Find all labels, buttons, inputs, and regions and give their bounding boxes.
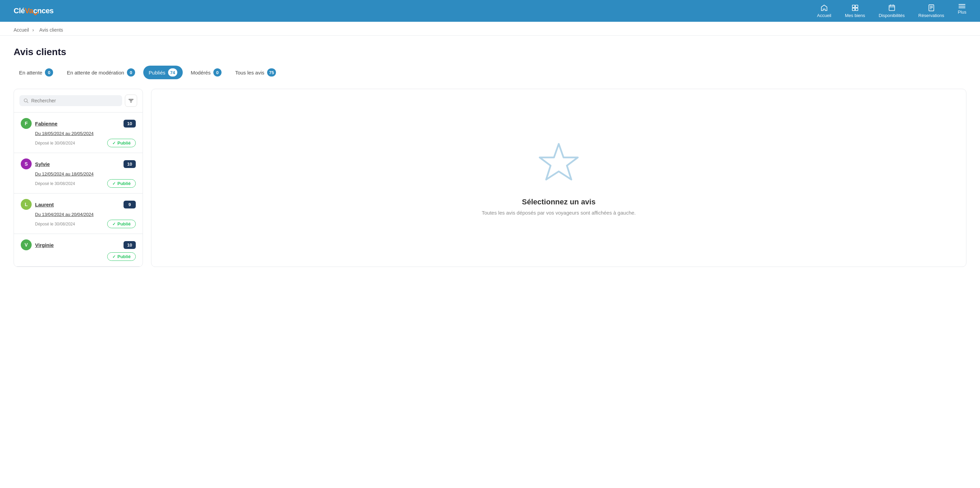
tab-label: Tous les avis xyxy=(235,70,264,76)
tab-en-attente-moderation[interactable]: En attente de modération0 xyxy=(61,66,140,79)
review-header: L Laurent 9 xyxy=(21,199,136,210)
nav-plus[interactable]: Plus xyxy=(958,4,966,18)
svg-rect-2 xyxy=(852,8,854,10)
review-user: F Fabienne xyxy=(21,118,57,129)
search-icon xyxy=(24,98,29,103)
status-badge: ✓ Publié xyxy=(107,179,136,188)
status-badge: ✓ Publié xyxy=(107,139,136,147)
empty-state-star xyxy=(535,141,582,189)
nav-reservations[interactable]: Réservations xyxy=(918,4,944,18)
breadcrumb-separator: › xyxy=(32,27,35,33)
tab-badge: 0 xyxy=(127,68,135,76)
review-item-laurent[interactable]: L Laurent 9 Du 13/04/2024 au 20/04/2024 … xyxy=(14,193,143,234)
review-dates: Du 12/05/2024 au 18/05/2024 xyxy=(35,171,136,176)
tab-badge: 0 xyxy=(45,68,53,76)
review-footer: Déposé le 30/08/2024 ✓ Publié xyxy=(21,179,136,188)
svg-rect-0 xyxy=(852,5,854,7)
review-item-sylvie[interactable]: S Sylvie 10 Du 12/05/2024 au 18/05/2024 … xyxy=(14,153,143,193)
nav-mes-biens[interactable]: Mes biens xyxy=(845,4,865,18)
review-footer: Déposé le 30/08/2024 ✓ Publié xyxy=(21,139,136,147)
avatar: S xyxy=(21,158,32,170)
review-dates: Du 13/04/2024 au 20/04/2024 xyxy=(35,212,136,217)
review-user: L Laurent xyxy=(21,199,54,210)
tab-badge: 0 xyxy=(213,68,221,76)
nav-reservations-label: Réservations xyxy=(918,13,944,18)
tab-label: Publiés xyxy=(149,70,165,76)
tab-publies[interactable]: Publiés74 xyxy=(143,66,183,79)
deposit-date: Déposé le 30/08/2024 xyxy=(35,181,75,186)
review-detail-panel: Sélectionnez un avis Toutes les avis dép… xyxy=(151,89,966,267)
empty-state-title: Sélectionnez un avis xyxy=(522,198,595,206)
tabs-bar: En attente0En attente de modération0Publ… xyxy=(14,66,966,79)
review-item-fabienne[interactable]: F Fabienne 10 Du 18/05/2024 au 20/05/202… xyxy=(14,112,143,153)
tab-badge: 75 xyxy=(267,68,276,76)
svg-rect-1 xyxy=(856,5,858,7)
main-nav: Accueil Mes biens Disponibilités Réserva… xyxy=(817,4,966,18)
nav-disponibilites[interactable]: Disponibilités xyxy=(878,4,905,18)
tab-label: En attente de modération xyxy=(67,70,124,76)
review-user: V Virginie xyxy=(21,239,54,250)
score-badge: 9 xyxy=(124,201,136,208)
score-badge: 10 xyxy=(124,241,136,249)
tab-moderes[interactable]: Modérés0 xyxy=(185,66,227,79)
nav-plus-label: Plus xyxy=(958,10,966,14)
review-header: S Sylvie 10 xyxy=(21,158,136,170)
nav-mes-biens-label: Mes biens xyxy=(845,13,865,18)
deposit-date: Déposé le 30/08/2024 xyxy=(35,141,75,146)
reviews-list-panel: F Fabienne 10 Du 18/05/2024 au 20/05/202… xyxy=(14,89,143,267)
check-icon: ✓ xyxy=(112,141,116,146)
tab-label: Modérés xyxy=(191,70,211,76)
breadcrumb-current: Avis clients xyxy=(40,27,63,33)
avatar: V xyxy=(21,239,32,250)
status-label: Publié xyxy=(118,181,130,186)
status-badge: ✓ Publié xyxy=(107,252,136,261)
filter-icon xyxy=(128,98,134,104)
tab-tous[interactable]: Tous les avis75 xyxy=(230,66,282,79)
status-label: Publié xyxy=(118,254,130,259)
user-name[interactable]: Sylvie xyxy=(35,161,50,167)
filter-button[interactable] xyxy=(125,95,137,107)
avatar: L xyxy=(21,199,32,210)
nav-accueil[interactable]: Accueil xyxy=(817,4,831,18)
review-header: F Fabienne 10 xyxy=(21,118,136,129)
status-label: Publié xyxy=(118,221,130,227)
review-user: S Sylvie xyxy=(21,158,50,170)
user-name[interactable]: Fabienne xyxy=(35,121,57,127)
score-badge: 10 xyxy=(124,120,136,128)
search-input[interactable] xyxy=(31,98,118,103)
user-name[interactable]: Virginie xyxy=(35,242,54,248)
check-icon: ✓ xyxy=(112,181,116,186)
empty-state-subtitle: Toutes les avis déposés par vos voyageur… xyxy=(482,210,636,215)
logo: CléVacnces xyxy=(14,6,53,15)
svg-line-13 xyxy=(27,102,28,103)
search-input-wrap[interactable] xyxy=(19,95,122,106)
review-item-virginie[interactable]: V Virginie 10 ✓ Publié xyxy=(14,234,143,267)
breadcrumb-home[interactable]: Accueil xyxy=(14,27,29,33)
svg-point-12 xyxy=(24,98,27,102)
status-badge: ✓ Publié xyxy=(107,220,136,228)
review-dates: Du 18/05/2024 au 20/05/2024 xyxy=(35,131,136,136)
nav-accueil-label: Accueil xyxy=(817,13,831,18)
tab-en-attente[interactable]: En attente0 xyxy=(14,66,59,79)
content-layout: F Fabienne 10 Du 18/05/2024 au 20/05/202… xyxy=(14,89,966,267)
svg-rect-8 xyxy=(929,5,934,11)
logo-accent: Va xyxy=(25,6,33,15)
menu-icon xyxy=(959,4,966,8)
review-footer: Déposé le 30/08/2024 ✓ Publié xyxy=(21,220,136,228)
main-content: Avis clients En attente0En attente de mo… xyxy=(0,36,980,488)
review-footer: ✓ Publié xyxy=(21,252,136,261)
check-icon: ✓ xyxy=(112,222,116,227)
svg-rect-4 xyxy=(889,5,894,11)
deposit-date: Déposé le 30/08/2024 xyxy=(35,222,75,227)
reviews-container: F Fabienne 10 Du 18/05/2024 au 20/05/202… xyxy=(14,112,143,267)
breadcrumb: Accueil › Avis clients xyxy=(0,22,980,36)
user-name[interactable]: Laurent xyxy=(35,202,54,208)
tab-label: En attente xyxy=(19,70,42,76)
check-icon: ✓ xyxy=(112,254,116,259)
avatar: F xyxy=(21,118,32,129)
tab-badge: 74 xyxy=(168,68,177,76)
nav-disponibilites-label: Disponibilités xyxy=(878,13,905,18)
search-bar xyxy=(14,89,143,112)
svg-rect-3 xyxy=(856,8,858,10)
score-badge: 10 xyxy=(124,160,136,168)
